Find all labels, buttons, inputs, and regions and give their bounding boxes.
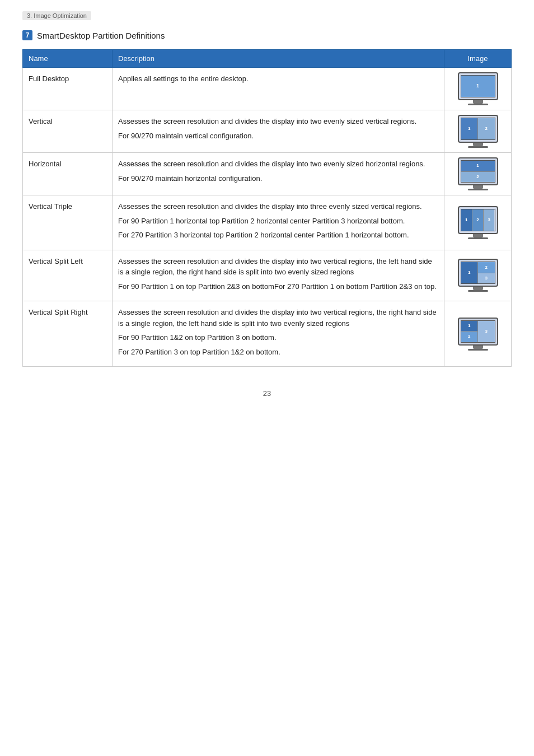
desc-paragraph: For 90 Partition 1&2 on top Partition 3 … (118, 332, 438, 343)
desc-paragraph: For 270 Partition 3 on top Partition 1&2… (118, 347, 438, 358)
partition-description: Assesses the screen resolution and divid… (113, 195, 444, 250)
partition-name: Vertical (23, 110, 113, 153)
page-number: 23 (22, 389, 512, 398)
monitor-image: 1 2 3 (458, 318, 498, 351)
partition-name: Vertical Split Right (23, 301, 113, 367)
monitor-image: 1 (458, 72, 498, 105)
partition-description: Applies all settings to the entire deskt… (113, 68, 444, 110)
desc-paragraph: For 270 Partition 3 horizontal top Parti… (118, 230, 438, 241)
section-title: SmartDesktop Partition Definitions (37, 31, 165, 40)
partition-description: Assesses the screen resolution and divid… (113, 110, 444, 153)
monitor-image: 12 (458, 115, 498, 148)
desc-paragraph: For 90 Partition 1 on top Partition 2&3 … (118, 281, 438, 292)
desc-paragraph: Assesses the screen resolution and divid… (118, 116, 438, 127)
desc-paragraph: For 90/270 maintain vertical configurati… (118, 130, 438, 142)
partition-image-cell: 1 (444, 68, 512, 110)
desc-paragraph: Assesses the screen resolution and divid… (118, 158, 438, 170)
partition-description: Assesses the screen resolution and divid… (113, 153, 444, 195)
desc-paragraph: Applies all settings to the entire deskt… (118, 73, 438, 85)
partition-name: Full Desktop (23, 68, 113, 110)
section-header: 7 SmartDesktop Partition Definitions (22, 30, 512, 40)
partition-image-cell: 12 (444, 110, 512, 153)
partition-table: Name Description Image Full DesktopAppli… (22, 49, 512, 367)
partition-name: Horizontal (23, 153, 113, 195)
table-row: VerticalAssesses the screen resolution a… (23, 110, 512, 153)
table-row: HorizontalAssesses the screen resolution… (23, 153, 512, 195)
col-header-description: Description (113, 50, 444, 68)
partition-name: Vertical Split Left (23, 250, 113, 301)
partition-image-cell: 1 2 3 (444, 301, 512, 367)
table-row: Vertical Split LeftAssesses the screen r… (23, 250, 512, 301)
table-row: Full DesktopApplies all settings to the … (23, 68, 512, 110)
table-row: Vertical Split RightAssesses the screen … (23, 301, 512, 367)
partition-name: Vertical Triple (23, 195, 113, 250)
desc-paragraph: Assesses the screen resolution and divid… (118, 256, 438, 278)
partition-image-cell: 123 (444, 195, 512, 250)
table-row: Vertical TripleAssesses the screen resol… (23, 195, 512, 250)
partition-description: Assesses the screen resolution and divid… (113, 250, 444, 301)
breadcrumb: 3. Image Optimization (22, 11, 91, 20)
desc-paragraph: Assesses the screen resolution and divid… (118, 201, 438, 212)
monitor-image: 1 2 3 (458, 259, 498, 292)
desc-paragraph: Assesses the screen resolution and divid… (118, 307, 438, 329)
section-number: 7 (22, 30, 32, 40)
partition-image-cell: 12 (444, 153, 512, 195)
monitor-image: 12 (458, 157, 498, 190)
partition-description: Assesses the screen resolution and divid… (113, 301, 444, 367)
monitor-image: 123 (458, 206, 498, 239)
partition-image-cell: 1 2 3 (444, 250, 512, 301)
desc-paragraph: For 90 Partition 1 horizontal top Partit… (118, 216, 438, 227)
col-header-name: Name (23, 50, 113, 68)
col-header-image: Image (444, 50, 512, 68)
desc-paragraph: For 90/270 maintain horizontal configura… (118, 173, 438, 184)
